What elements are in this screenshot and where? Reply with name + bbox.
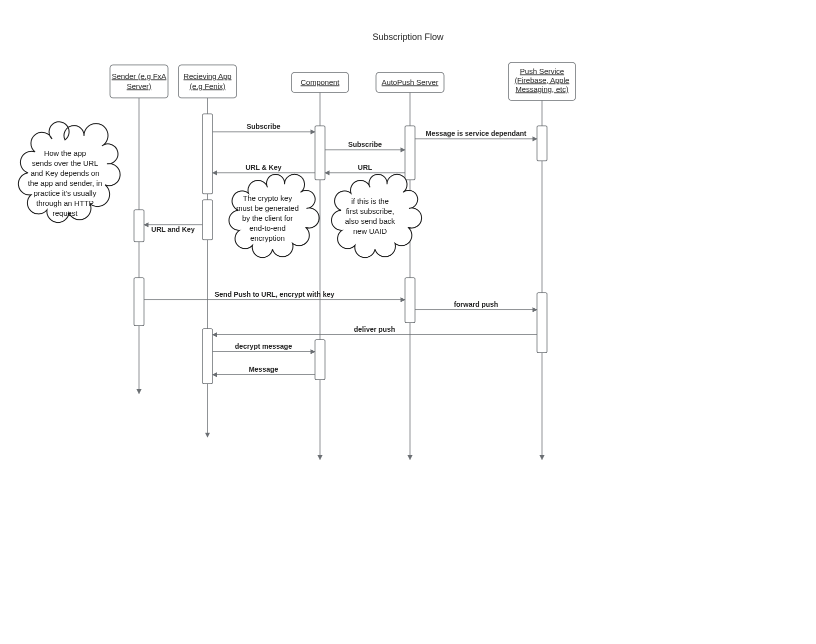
svg-rect-1 — [178, 65, 236, 98]
activation-push-1 — [537, 126, 547, 161]
cloud1-l3: and Key depends on — [30, 169, 100, 177]
cloud3-l3: also send back — [345, 217, 396, 225]
lane-push-label-3: Messaging, etc) — [516, 85, 568, 93]
lane-auto: AutoPush Server — [376, 72, 444, 92]
lane-sender-label-1: Sender (e.g FxA — [112, 72, 166, 80]
activation-app-2 — [202, 200, 212, 240]
msg-deliver-label: deliver push — [354, 325, 395, 333]
lane-push-label-2: (Firebase, Apple — [514, 76, 569, 84]
lane-auto-label: AutoPush Server — [382, 78, 438, 86]
activation-comp-1 — [315, 126, 325, 180]
msg-subscribe-1-label: Subscribe — [246, 122, 280, 130]
msg-urlandkey-label: URL and Key — [152, 225, 195, 233]
cloud2-l3: by the client for — [242, 214, 293, 222]
activation-auto-1 — [405, 126, 415, 180]
msg-decrypt-label: decrypt message — [235, 342, 292, 350]
lane-comp-label: Component — [300, 78, 340, 86]
activation-sender-2 — [134, 278, 144, 326]
lane-comp: Component — [292, 72, 348, 92]
activation-app-1 — [202, 114, 212, 194]
note-cloud-1: How the app sends over the URL and Key d… — [18, 122, 120, 222]
msg-forward-label: forward push — [454, 300, 498, 308]
cloud1-l6: through an HTTP — [36, 199, 94, 207]
lane-push: Push Service (Firebase, Apple Messaging,… — [508, 62, 576, 100]
cloud1-l1: How the app — [44, 149, 86, 157]
activation-sender-1 — [134, 210, 144, 242]
lane-sender: Sender (e.g FxA Server) — [110, 65, 168, 98]
msg-url-label: URL — [358, 163, 372, 171]
cloud2-l1: The crypto key — [243, 194, 292, 202]
diagram-title: Subscription Flow — [372, 32, 444, 42]
cloud2-l5: encryption — [250, 234, 284, 242]
cloud3-l2: first subscribe, — [346, 207, 394, 215]
activation-comp-2 — [315, 340, 325, 380]
cloud1-l7: request — [52, 209, 78, 217]
svg-rect-0 — [110, 65, 168, 98]
msg-service-dep-label: Message is service dependant — [426, 129, 526, 137]
note-cloud-2: The crypto key must be generated by the … — [229, 174, 319, 257]
lane-app-label-2: (e.g Fenix) — [190, 82, 226, 90]
activation-auto-2 — [405, 278, 415, 323]
lane-sender-label-2: Server) — [126, 82, 151, 90]
note-cloud-3: if this is the first subscribe, also sen… — [332, 174, 422, 257]
lane-push-label-1: Push Service — [520, 67, 564, 75]
cloud3-l4: new UAID — [353, 227, 387, 235]
msg-urlkey-label: URL & Key — [246, 163, 282, 171]
cloud1-l5: practice it's usually — [34, 189, 96, 197]
msg-sendpush-label: Send Push to URL, encrypt with key — [214, 290, 334, 298]
activation-app-3 — [202, 329, 212, 384]
activation-push-2 — [537, 293, 547, 353]
cloud1-l4: the app and sender, in — [28, 179, 102, 187]
cloud1-l2: sends over the URL — [32, 159, 98, 167]
cloud2-l2: must be generated — [236, 204, 298, 212]
sequence-diagram: Subscription Flow Sender (e.g FxA Server… — [0, 0, 816, 644]
msg-message-label: Message — [248, 365, 278, 373]
lane-app-label-1: Recieving App — [184, 72, 232, 80]
cloud3-l1: if this is the — [351, 197, 388, 205]
msg-subscribe-2-label: Subscribe — [348, 140, 382, 148]
lane-app: Recieving App (e.g Fenix) — [178, 65, 236, 98]
cloud2-l4: end-to-end — [250, 224, 286, 232]
